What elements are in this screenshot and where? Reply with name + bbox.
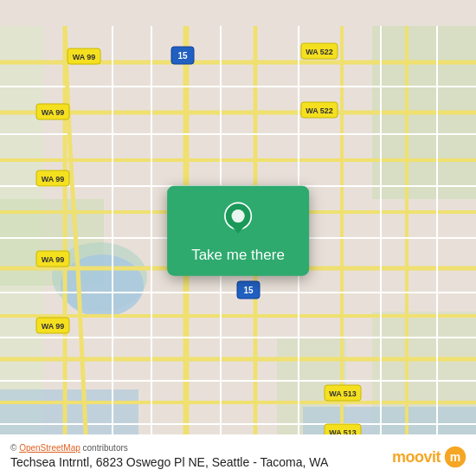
- svg-text:WA 99: WA 99: [42, 108, 65, 117]
- svg-point-7: [61, 254, 144, 317]
- svg-text:WA 513: WA 513: [329, 389, 357, 398]
- moovit-brand-icon: m: [443, 445, 467, 469]
- moovit-logo: moovit m: [392, 445, 467, 469]
- svg-text:15: 15: [177, 51, 188, 61]
- svg-text:WA 522: WA 522: [306, 106, 333, 115]
- take-me-there-label: Take me there: [191, 247, 285, 264]
- osm-suffix: contributors: [80, 443, 128, 453]
- osm-prefix: ©: [10, 443, 19, 453]
- svg-text:WA 99: WA 99: [42, 255, 65, 264]
- take-me-there-popup[interactable]: Take me there: [167, 186, 309, 276]
- svg-text:WA 99: WA 99: [42, 322, 65, 331]
- moovit-brand-text: moovit: [392, 448, 441, 466]
- svg-text:WA 99: WA 99: [42, 175, 65, 183]
- location-pin-icon: [219, 202, 257, 240]
- svg-text:m: m: [450, 450, 460, 464]
- map-container: WA 99 WA 99 WA 99 WA 99 WA 99 WA 522 WA …: [0, 0, 476, 476]
- svg-text:WA 522: WA 522: [306, 48, 333, 56]
- svg-text:15: 15: [243, 286, 254, 295]
- svg-point-60: [231, 209, 244, 222]
- svg-text:WA 99: WA 99: [73, 53, 96, 61]
- osm-link[interactable]: OpenStreetMap: [19, 443, 80, 453]
